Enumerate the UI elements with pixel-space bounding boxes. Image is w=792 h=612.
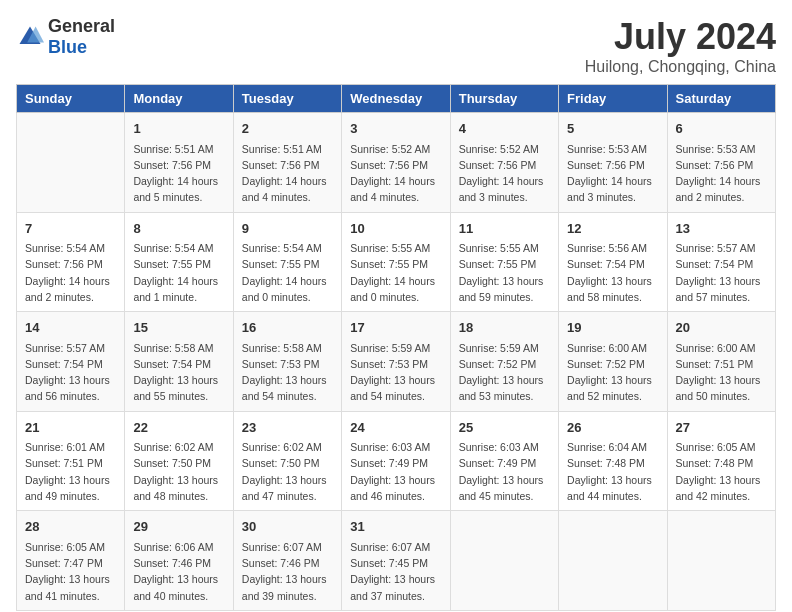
calendar-cell: 3Sunrise: 5:52 AM Sunset: 7:56 PM Daylig… <box>342 113 450 213</box>
header-friday: Friday <box>559 85 667 113</box>
calendar-cell: 7Sunrise: 5:54 AM Sunset: 7:56 PM Daylig… <box>17 212 125 312</box>
day-info: Sunrise: 5:54 AM Sunset: 7:56 PM Dayligh… <box>25 240 116 305</box>
calendar-cell: 20Sunrise: 6:00 AM Sunset: 7:51 PM Dayli… <box>667 312 775 412</box>
main-title: July 2024 <box>585 16 776 58</box>
day-number: 13 <box>676 219 767 239</box>
calendar-cell: 25Sunrise: 6:03 AM Sunset: 7:49 PM Dayli… <box>450 411 558 511</box>
calendar-cell: 17Sunrise: 5:59 AM Sunset: 7:53 PM Dayli… <box>342 312 450 412</box>
header-wednesday: Wednesday <box>342 85 450 113</box>
day-info: Sunrise: 6:02 AM Sunset: 7:50 PM Dayligh… <box>242 439 333 504</box>
day-info: Sunrise: 5:56 AM Sunset: 7:54 PM Dayligh… <box>567 240 658 305</box>
subtitle: Huilong, Chongqing, China <box>585 58 776 76</box>
calendar-cell: 12Sunrise: 5:56 AM Sunset: 7:54 PM Dayli… <box>559 212 667 312</box>
day-number: 3 <box>350 119 441 139</box>
day-number: 14 <box>25 318 116 338</box>
calendar-cell: 26Sunrise: 6:04 AM Sunset: 7:48 PM Dayli… <box>559 411 667 511</box>
day-number: 18 <box>459 318 550 338</box>
week-row-3: 14Sunrise: 5:57 AM Sunset: 7:54 PM Dayli… <box>17 312 776 412</box>
calendar-cell: 11Sunrise: 5:55 AM Sunset: 7:55 PM Dayli… <box>450 212 558 312</box>
day-number: 9 <box>242 219 333 239</box>
calendar-cell: 18Sunrise: 5:59 AM Sunset: 7:52 PM Dayli… <box>450 312 558 412</box>
calendar-cell: 27Sunrise: 6:05 AM Sunset: 7:48 PM Dayli… <box>667 411 775 511</box>
day-number: 19 <box>567 318 658 338</box>
day-number: 30 <box>242 517 333 537</box>
day-info: Sunrise: 5:55 AM Sunset: 7:55 PM Dayligh… <box>350 240 441 305</box>
calendar-cell: 29Sunrise: 6:06 AM Sunset: 7:46 PM Dayli… <box>125 511 233 611</box>
calendar-cell: 2Sunrise: 5:51 AM Sunset: 7:56 PM Daylig… <box>233 113 341 213</box>
day-number: 16 <box>242 318 333 338</box>
day-info: Sunrise: 5:52 AM Sunset: 7:56 PM Dayligh… <box>350 141 441 206</box>
day-number: 2 <box>242 119 333 139</box>
day-info: Sunrise: 6:02 AM Sunset: 7:50 PM Dayligh… <box>133 439 224 504</box>
day-number: 7 <box>25 219 116 239</box>
day-number: 29 <box>133 517 224 537</box>
day-number: 1 <box>133 119 224 139</box>
day-info: Sunrise: 6:04 AM Sunset: 7:48 PM Dayligh… <box>567 439 658 504</box>
day-info: Sunrise: 5:57 AM Sunset: 7:54 PM Dayligh… <box>25 340 116 405</box>
day-number: 12 <box>567 219 658 239</box>
day-info: Sunrise: 6:05 AM Sunset: 7:47 PM Dayligh… <box>25 539 116 604</box>
calendar-cell: 4Sunrise: 5:52 AM Sunset: 7:56 PM Daylig… <box>450 113 558 213</box>
day-info: Sunrise: 5:59 AM Sunset: 7:53 PM Dayligh… <box>350 340 441 405</box>
day-info: Sunrise: 6:00 AM Sunset: 7:52 PM Dayligh… <box>567 340 658 405</box>
day-number: 27 <box>676 418 767 438</box>
day-info: Sunrise: 5:51 AM Sunset: 7:56 PM Dayligh… <box>133 141 224 206</box>
calendar-cell: 14Sunrise: 5:57 AM Sunset: 7:54 PM Dayli… <box>17 312 125 412</box>
calendar-cell: 10Sunrise: 5:55 AM Sunset: 7:55 PM Dayli… <box>342 212 450 312</box>
calendar-cell: 15Sunrise: 5:58 AM Sunset: 7:54 PM Dayli… <box>125 312 233 412</box>
day-number: 24 <box>350 418 441 438</box>
header-tuesday: Tuesday <box>233 85 341 113</box>
header-row: SundayMondayTuesdayWednesdayThursdayFrid… <box>17 85 776 113</box>
page-header: General Blue July 2024 Huilong, Chongqin… <box>16 16 776 76</box>
title-block: July 2024 Huilong, Chongqing, China <box>585 16 776 76</box>
calendar-cell: 19Sunrise: 6:00 AM Sunset: 7:52 PM Dayli… <box>559 312 667 412</box>
day-number: 20 <box>676 318 767 338</box>
day-info: Sunrise: 6:03 AM Sunset: 7:49 PM Dayligh… <box>459 439 550 504</box>
day-number: 21 <box>25 418 116 438</box>
day-number: 31 <box>350 517 441 537</box>
calendar-cell: 6Sunrise: 5:53 AM Sunset: 7:56 PM Daylig… <box>667 113 775 213</box>
logo-icon <box>16 23 44 51</box>
week-row-5: 28Sunrise: 6:05 AM Sunset: 7:47 PM Dayli… <box>17 511 776 611</box>
calendar-cell: 1Sunrise: 5:51 AM Sunset: 7:56 PM Daylig… <box>125 113 233 213</box>
calendar-cell: 28Sunrise: 6:05 AM Sunset: 7:47 PM Dayli… <box>17 511 125 611</box>
calendar-cell: 5Sunrise: 5:53 AM Sunset: 7:56 PM Daylig… <box>559 113 667 213</box>
day-number: 6 <box>676 119 767 139</box>
calendar-table: SundayMondayTuesdayWednesdayThursdayFrid… <box>16 84 776 611</box>
calendar-cell: 13Sunrise: 5:57 AM Sunset: 7:54 PM Dayli… <box>667 212 775 312</box>
day-number: 8 <box>133 219 224 239</box>
calendar-cell: 9Sunrise: 5:54 AM Sunset: 7:55 PM Daylig… <box>233 212 341 312</box>
day-info: Sunrise: 5:57 AM Sunset: 7:54 PM Dayligh… <box>676 240 767 305</box>
calendar-cell: 8Sunrise: 5:54 AM Sunset: 7:55 PM Daylig… <box>125 212 233 312</box>
calendar-cell: 16Sunrise: 5:58 AM Sunset: 7:53 PM Dayli… <box>233 312 341 412</box>
day-info: Sunrise: 5:52 AM Sunset: 7:56 PM Dayligh… <box>459 141 550 206</box>
day-info: Sunrise: 5:54 AM Sunset: 7:55 PM Dayligh… <box>133 240 224 305</box>
week-row-2: 7Sunrise: 5:54 AM Sunset: 7:56 PM Daylig… <box>17 212 776 312</box>
day-number: 11 <box>459 219 550 239</box>
calendar-cell: 24Sunrise: 6:03 AM Sunset: 7:49 PM Dayli… <box>342 411 450 511</box>
day-number: 25 <box>459 418 550 438</box>
calendar-cell: 30Sunrise: 6:07 AM Sunset: 7:46 PM Dayli… <box>233 511 341 611</box>
logo-general: General <box>48 16 115 36</box>
logo-blue: Blue <box>48 37 87 57</box>
day-number: 15 <box>133 318 224 338</box>
calendar-cell: 23Sunrise: 6:02 AM Sunset: 7:50 PM Dayli… <box>233 411 341 511</box>
header-thursday: Thursday <box>450 85 558 113</box>
calendar-cell: 21Sunrise: 6:01 AM Sunset: 7:51 PM Dayli… <box>17 411 125 511</box>
header-saturday: Saturday <box>667 85 775 113</box>
day-info: Sunrise: 5:58 AM Sunset: 7:54 PM Dayligh… <box>133 340 224 405</box>
day-number: 4 <box>459 119 550 139</box>
day-number: 22 <box>133 418 224 438</box>
day-number: 28 <box>25 517 116 537</box>
calendar-cell <box>450 511 558 611</box>
day-info: Sunrise: 5:54 AM Sunset: 7:55 PM Dayligh… <box>242 240 333 305</box>
day-number: 17 <box>350 318 441 338</box>
day-info: Sunrise: 6:06 AM Sunset: 7:46 PM Dayligh… <box>133 539 224 604</box>
day-number: 5 <box>567 119 658 139</box>
day-number: 23 <box>242 418 333 438</box>
day-info: Sunrise: 6:00 AM Sunset: 7:51 PM Dayligh… <box>676 340 767 405</box>
day-info: Sunrise: 5:53 AM Sunset: 7:56 PM Dayligh… <box>567 141 658 206</box>
calendar-cell <box>17 113 125 213</box>
day-info: Sunrise: 5:51 AM Sunset: 7:56 PM Dayligh… <box>242 141 333 206</box>
week-row-1: 1Sunrise: 5:51 AM Sunset: 7:56 PM Daylig… <box>17 113 776 213</box>
